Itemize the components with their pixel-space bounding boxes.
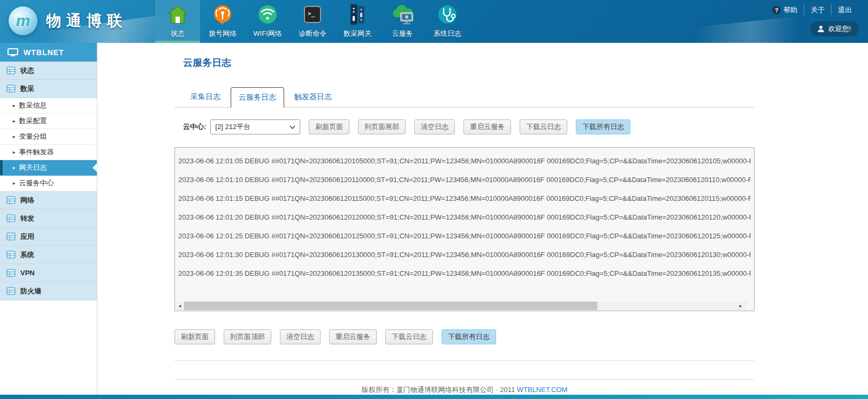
welcome-text: 欢迎您!: [828, 24, 851, 34]
question-icon: ?: [772, 6, 781, 14]
restart-cloud-service-button[interactable]: 重启云服务: [463, 119, 511, 134]
sidebar-item-vpn[interactable]: VPN: [0, 264, 97, 282]
restart-cloud-service-button[interactable]: 重启云服务: [329, 329, 377, 344]
table-icon: [6, 196, 16, 204]
sidebar-item-data-acquisition[interactable]: 数采: [0, 80, 97, 98]
scroll-left-arrow-icon[interactable]: ◄: [176, 302, 184, 310]
nav-tab-cloud-service[interactable]: 云服务: [380, 0, 425, 43]
sidebar-item-application[interactable]: 应用: [0, 228, 97, 246]
download-all-logs-button[interactable]: 下载所有日志: [576, 119, 630, 134]
terminal-icon: >_: [302, 2, 323, 27]
cloud-center-label: 云中心:: [183, 122, 206, 132]
scrollbar-track[interactable]: [597, 302, 736, 310]
sidebar-item-label: VPN: [20, 269, 35, 277]
table-icon: [6, 66, 16, 74]
table-icon: [6, 214, 16, 222]
nav-tab-system-log[interactable]: 系统日志: [425, 0, 470, 43]
help-link[interactable]: ? 帮助: [766, 5, 804, 15]
triangle-bullet-icon: ▸: [13, 118, 16, 124]
sidebar-item-cloud-service-center[interactable]: ▸ 云服务中心: [0, 176, 97, 191]
chevron-down-icon: [290, 125, 295, 129]
go-to-bottom-button[interactable]: 到页面尾部: [358, 119, 406, 134]
table-icon: [6, 269, 16, 277]
clear-log-button[interactable]: 清空日志: [414, 119, 455, 134]
triangle-bullet-icon: ▸: [13, 165, 16, 170]
tab-trigger-log[interactable]: 触发器日志: [287, 87, 339, 107]
wtblnet-link[interactable]: WTBLNET.COM: [517, 386, 568, 394]
sidebar-item-label: 应用: [20, 232, 34, 242]
download-cloud-log-button[interactable]: 下载云日志: [385, 329, 433, 344]
sidebar-item-gateway-log[interactable]: ▸ 网关日志: [0, 160, 97, 176]
sidebar-item-label: 数采: [20, 84, 34, 94]
scroll-right-arrow-icon[interactable]: ►: [736, 302, 745, 310]
table-icon: [6, 232, 16, 240]
log-viewer[interactable]: 2023-06-06 12:01:05 DEBUG ##0171QN=20230…: [174, 147, 755, 311]
triangle-bullet-icon: ▸: [13, 149, 16, 155]
help-label: 帮助: [783, 5, 797, 15]
nav-tab-wifi-network[interactable]: WIFI网络: [245, 0, 290, 43]
sidebar-item-network[interactable]: 网络: [0, 191, 97, 209]
refresh-page-button[interactable]: 刷新页面: [309, 119, 349, 134]
about-link[interactable]: 关于: [804, 5, 831, 15]
download-cloud-log-button[interactable]: 下载云日志: [520, 119, 567, 134]
sidebar-item-forwarding[interactable]: 转发: [0, 209, 97, 228]
select-value: [2] 212平台: [215, 122, 250, 132]
sidebar-item-label: 云服务中心: [19, 178, 54, 188]
bottom-toolbar: 刷新页面 到页面顶部 清空日志 重启云服务 下载云日志 下载所有日志: [174, 329, 755, 344]
nav-tab-diagnostic-command[interactable]: >_ 诊断命令: [290, 0, 335, 43]
sidebar-item-label: 状态: [20, 66, 34, 76]
header-links: ? 帮助 关于 退出: [766, 5, 858, 15]
clear-log-button[interactable]: 清空日志: [280, 329, 321, 344]
scrollbar-thumb[interactable]: [184, 302, 597, 310]
nav-label: 诊断命令: [299, 29, 326, 39]
nav-tab-dialup-network[interactable]: 拨号网络: [200, 0, 245, 43]
nav-label: 系统日志: [433, 29, 461, 39]
sidebar-item-event-trigger[interactable]: ▸ 事件触发器: [0, 145, 97, 160]
sidebar-item-label: 转发: [20, 214, 34, 223]
download-all-logs-button[interactable]: 下载所有日志: [441, 329, 496, 344]
horizontal-scrollbar[interactable]: ◄ ►: [176, 302, 753, 310]
table-icon: [6, 287, 16, 295]
nav-label: 状态: [171, 29, 185, 39]
nav-tab-status[interactable]: 状态: [155, 0, 200, 43]
table-icon: [6, 251, 16, 259]
nav-tab-data-gateway[interactable]: 数采网关: [335, 0, 380, 43]
dial-antenna-icon: [212, 2, 233, 27]
log-tabs: 采集日志 云服务日志 触发器日志: [174, 87, 755, 108]
brand-logo: m 物通博联: [9, 6, 127, 35]
cloud-center-select[interactable]: [2] 212平台: [210, 119, 300, 134]
sidebar-item-status[interactable]: 状态: [0, 62, 97, 80]
log-line: 2023-06-06 12:01:20 DEBUG ##0171QN=20230…: [178, 208, 751, 227]
sidebar-item-label: 系统: [20, 250, 34, 260]
welcome-badge: 欢迎您!: [811, 21, 858, 36]
nav-label: 云服务: [392, 29, 413, 39]
go-to-top-button[interactable]: 到页面顶部: [224, 329, 271, 344]
sidebar-item-system[interactable]: 系统: [0, 246, 97, 264]
log-line: 2023-06-06 12:01:30 DEBUG ##0171QN=20230…: [178, 245, 751, 264]
home-icon: [167, 2, 188, 27]
sidebar-item-acquisition-config[interactable]: ▸ 数采配置: [0, 114, 97, 129]
nav-label: WIFI网络: [253, 29, 281, 39]
sidebar-item-label: 变量分组: [19, 132, 47, 141]
logout-link[interactable]: 退出: [831, 5, 858, 15]
log-line: 2023-06-06 12:01:10 DEBUG ##0171QN=20230…: [178, 170, 751, 189]
tab-cloud-service-log[interactable]: 云服务日志: [231, 87, 284, 108]
nav-label: 拨号网络: [209, 29, 237, 39]
scrollbar-corner: [745, 302, 753, 310]
sidebar-item-variable-group[interactable]: ▸ 变量分组: [0, 129, 97, 145]
wifi-icon: [257, 2, 278, 27]
sidebar-item-label: 数采信息: [19, 101, 47, 110]
sidebar-item-label: 事件触发器: [19, 147, 54, 157]
sidebar-item-acquisition-info[interactable]: ▸ 数采信息: [0, 98, 97, 114]
sidebar-item-firewall[interactable]: 防火墙: [0, 282, 97, 300]
refresh-page-button[interactable]: 刷新页面: [174, 329, 215, 344]
svg-text:>_: >_: [308, 10, 315, 17]
stethoscope-icon: [437, 2, 458, 27]
log-line: 2023-06-06 12:01:35 DEBUG ##0171QN=20230…: [178, 264, 751, 283]
sidebar-item-label: 网关日志: [19, 163, 47, 172]
triangle-bullet-icon: ▸: [13, 103, 16, 108]
nav-label: 数采网关: [344, 29, 371, 39]
monitor-icon: [7, 48, 18, 57]
tab-collection-log[interactable]: 采集日志: [183, 87, 228, 107]
logo-globe-icon: m: [9, 6, 37, 35]
